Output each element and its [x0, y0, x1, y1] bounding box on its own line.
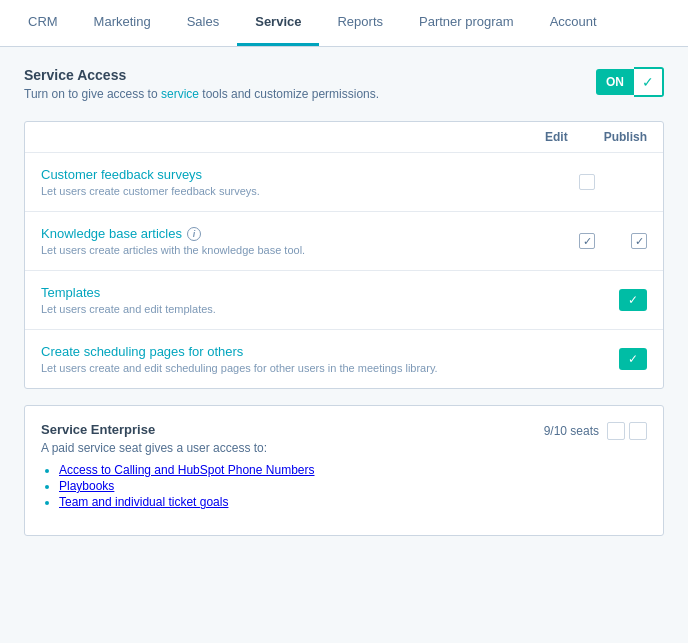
- enterprise-list-item-3: Team and individual ticket goals: [59, 495, 314, 509]
- enterprise-info: Service Enterprise A paid service seat g…: [41, 422, 314, 511]
- tab-marketing[interactable]: Marketing: [76, 0, 169, 46]
- service-access-toggle[interactable]: ON ✓: [596, 67, 664, 97]
- playbooks-link[interactable]: Playbooks: [59, 479, 114, 493]
- service-access-header: Service Access Turn on to give access to…: [24, 67, 664, 101]
- permission-row-customer-feedback: Customer feedback surveys Let users crea…: [25, 152, 663, 211]
- enterprise-description: A paid service seat gives a user access …: [41, 441, 314, 455]
- service-access-title: Service Access: [24, 67, 379, 83]
- permission-row-templates: Templates Let users create and edit temp…: [25, 270, 663, 329]
- permission-desc-knowledge-base: Let users create articles with the knowl…: [41, 244, 305, 256]
- enterprise-header: Service Enterprise A paid service seat g…: [41, 422, 647, 511]
- tab-partner-program[interactable]: Partner program: [401, 0, 532, 46]
- permission-name-customer-feedback: Customer feedback surveys: [41, 167, 260, 182]
- permission-info-templates: Templates Let users create and edit temp…: [41, 285, 216, 315]
- tab-crm[interactable]: CRM: [10, 0, 76, 46]
- enterprise-list-item-2: Playbooks: [59, 479, 314, 493]
- tab-sales[interactable]: Sales: [169, 0, 238, 46]
- permission-name-templates: Templates: [41, 285, 216, 300]
- permission-row-knowledge-base: Knowledge base articles i Let users crea…: [25, 211, 663, 270]
- knowledge-base-edit-checkbox[interactable]: ✓: [579, 233, 595, 249]
- enterprise-container: Service Enterprise A paid service seat g…: [24, 405, 664, 536]
- ticket-goals-link[interactable]: Team and individual ticket goals: [59, 495, 228, 509]
- scheduling-publish-toggle[interactable]: ✓: [619, 348, 647, 370]
- permission-controls-customer-feedback: [579, 174, 647, 190]
- seats-text: 9/10 seats: [544, 424, 599, 438]
- permissions-header: Edit Publish: [25, 122, 663, 152]
- service-access-description: Turn on to give access to service tools …: [24, 87, 379, 101]
- tab-reports[interactable]: Reports: [319, 0, 401, 46]
- permission-info-customer-feedback: Customer feedback surveys Let users crea…: [41, 167, 260, 197]
- permission-controls-templates: ✓: [567, 289, 647, 311]
- main-content: Service Access Turn on to give access to…: [0, 47, 688, 556]
- seats-checkboxes: [607, 422, 647, 440]
- permission-name-knowledge-base: Knowledge base articles i: [41, 226, 305, 241]
- enterprise-list-item-1: Access to Calling and HubSpot Phone Numb…: [59, 463, 314, 477]
- permission-row-scheduling: Create scheduling pages for others Let u…: [25, 329, 663, 388]
- col-edit-label: Edit: [545, 130, 568, 144]
- enterprise-seats: 9/10 seats: [544, 422, 647, 440]
- permission-info-knowledge-base: Knowledge base articles i Let users crea…: [41, 226, 305, 256]
- knowledge-base-publish-checkbox[interactable]: ✓: [631, 233, 647, 249]
- permission-desc-templates: Let users create and edit templates.: [41, 303, 216, 315]
- knowledge-base-info-icon[interactable]: i: [187, 227, 201, 241]
- permission-desc-customer-feedback: Let users create customer feedback surve…: [41, 185, 260, 197]
- toggle-check-icon: ✓: [634, 67, 664, 97]
- seat-box-2[interactable]: [629, 422, 647, 440]
- calling-link[interactable]: Access to Calling and HubSpot Phone Numb…: [59, 463, 314, 477]
- templates-publish-toggle[interactable]: ✓: [619, 289, 647, 311]
- nav-tabs: CRM Marketing Sales Service Reports Part…: [0, 0, 688, 47]
- customer-feedback-edit-checkbox[interactable]: [579, 174, 595, 190]
- permissions-container: Edit Publish Customer feedback surveys L…: [24, 121, 664, 389]
- seat-box-1[interactable]: [607, 422, 625, 440]
- service-link[interactable]: service: [161, 87, 199, 101]
- enterprise-title: Service Enterprise: [41, 422, 314, 437]
- enterprise-list: Access to Calling and HubSpot Phone Numb…: [41, 463, 314, 509]
- toggle-on-label: ON: [596, 69, 634, 95]
- service-access-info: Service Access Turn on to give access to…: [24, 67, 379, 101]
- tab-service[interactable]: Service: [237, 0, 319, 46]
- permission-desc-scheduling: Let users create and edit scheduling pag…: [41, 362, 438, 374]
- permission-info-scheduling: Create scheduling pages for others Let u…: [41, 344, 438, 374]
- permission-controls-scheduling: ✓: [567, 348, 647, 370]
- permission-name-scheduling: Create scheduling pages for others: [41, 344, 438, 359]
- tab-account[interactable]: Account: [532, 0, 615, 46]
- col-publish-label: Publish: [604, 130, 647, 144]
- permission-controls-knowledge-base: ✓ ✓: [579, 233, 647, 249]
